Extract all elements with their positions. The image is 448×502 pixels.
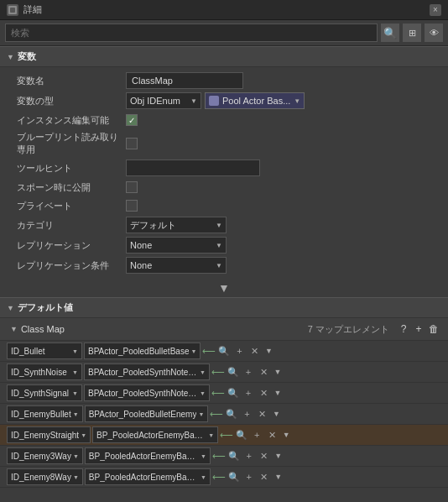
close-button[interactable]: ×	[430, 4, 441, 16]
map-value-dropdown-3[interactable]: BPActor_PooledBulletEnemy	[85, 405, 209, 422]
private-checkbox[interactable]	[126, 200, 138, 212]
classmap-triangle-icon[interactable]: ▼	[10, 325, 18, 333]
vartype-dropdown-obj[interactable]: Obj IDEnum	[126, 92, 201, 109]
map-key-dropdown-3[interactable]: ID_EnemyBullet	[7, 405, 83, 422]
map-arrow-btn-3[interactable]: ⟵	[210, 407, 223, 421]
map-search-btn-1[interactable]: 🔍	[227, 365, 240, 379]
title-bar-title: 詳細	[23, 3, 430, 16]
prop-row-tooltip: ツールヒント	[0, 158, 448, 178]
map-key-dropdown-5[interactable]: ID_Enemy3Way	[7, 447, 83, 464]
prop-label-replication: レプリケーション	[17, 239, 126, 252]
map-row-6: ID_Enemy8Way BP_PooledActorEnemyBase_8Wa…	[0, 467, 448, 488]
map-add-btn-6[interactable]: +	[242, 470, 256, 484]
prop-value-instance-editable: ✓	[126, 114, 441, 126]
variables-section: 変数名 変数の型 Obj IDEnum Pool Actor Bas... イン…	[0, 67, 448, 279]
classmap-count: 7 マップエレメント	[308, 323, 389, 336]
instance-editable-checkbox[interactable]: ✓	[126, 114, 138, 126]
map-remove-btn-5[interactable]: ✕	[258, 449, 271, 463]
prop-row-varname: 変数名	[0, 71, 448, 91]
map-value-dropdown-5[interactable]: BP_PooledActorEnemyBase_3Way	[85, 447, 211, 464]
tooltip-input[interactable]	[126, 159, 260, 176]
varname-input[interactable]	[126, 72, 243, 89]
map-key-dropdown-1[interactable]: ID_SynthNoise	[7, 363, 82, 380]
map-add-btn-0[interactable]: +	[232, 344, 246, 358]
spawn-public-checkbox[interactable]	[126, 181, 138, 193]
map-search-btn-3[interactable]: 🔍	[225, 407, 238, 421]
map-arrow-btn-5[interactable]: ⟵	[212, 449, 226, 463]
replication-condition-dropdown[interactable]: None	[126, 257, 227, 274]
vartype-dropdown-pool[interactable]: Pool Actor Bas...	[205, 92, 305, 109]
replication-dropdown[interactable]: None	[126, 237, 227, 254]
map-arrow-btn-6[interactable]: ⟵	[212, 470, 226, 484]
map-key-dropdown-6[interactable]: ID_Enemy8Way	[7, 468, 83, 485]
variables-section-header[interactable]: 変数	[0, 46, 448, 67]
title-bar: 詳細 ×	[0, 0, 448, 20]
map-arrow-btn-0[interactable]: ⟵	[202, 344, 216, 358]
map-add-btn-1[interactable]: +	[242, 365, 255, 379]
map-search-btn-4[interactable]: 🔍	[235, 428, 248, 442]
expand-arrow-icon[interactable]: ▼	[218, 281, 230, 295]
map-more-btn-5[interactable]: ▼	[273, 449, 284, 463]
search-bar: 🔍 ⊞ 👁	[0, 20, 448, 46]
map-value-dropdown-4[interactable]: BP_PooledActorEnemyBase_Straigh	[92, 426, 218, 443]
classmap-label: Class Map	[21, 324, 308, 334]
map-remove-btn-3[interactable]: ✕	[255, 407, 268, 421]
search-button[interactable]: 🔍	[381, 24, 399, 42]
title-bar-icon	[7, 4, 18, 16]
search-input[interactable]	[5, 24, 378, 42]
map-add-btn-5[interactable]: +	[242, 449, 256, 463]
prop-label-tooltip: ツールヒント	[17, 162, 126, 175]
map-arrow-btn-4[interactable]: ⟵	[220, 428, 233, 442]
map-remove-btn-6[interactable]: ✕	[258, 470, 271, 484]
map-add-btn-3[interactable]: +	[240, 407, 253, 421]
map-search-btn-0[interactable]: 🔍	[217, 344, 231, 358]
map-arrow-btn-1[interactable]: ⟵	[211, 365, 225, 379]
map-more-btn-6[interactable]: ▼	[273, 470, 284, 484]
eye-button[interactable]: 👁	[425, 24, 443, 42]
prop-value-replication-condition: None	[126, 257, 441, 274]
prop-value-replication: None	[126, 237, 441, 254]
map-value-dropdown-0[interactable]: BPActor_PooledBulletBase	[84, 343, 201, 359]
map-row-3: ID_EnemyBullet BPActor_PooledBulletEnemy…	[0, 404, 448, 425]
map-row-4: ID_EnemyStraight BP_PooledActorEnemyBase…	[0, 425, 448, 446]
prop-value-varname	[126, 72, 441, 89]
map-remove-btn-2[interactable]: ✕	[257, 386, 270, 400]
expand-row: ▼	[0, 279, 448, 297]
map-remove-btn-4[interactable]: ✕	[265, 428, 279, 442]
defaults-section-header[interactable]: デフォルト値	[0, 297, 448, 318]
prop-label-vartype: 変数の型	[17, 95, 126, 107]
map-search-btn-5[interactable]: 🔍	[227, 449, 241, 463]
map-key-dropdown-0[interactable]: ID_Bullet	[7, 343, 82, 359]
map-row-2: ID_SynthSignal BPActor_PooledSynthNote_S…	[0, 383, 448, 404]
map-search-btn-6[interactable]: 🔍	[227, 470, 241, 484]
category-dropdown[interactable]: デフォルト	[126, 217, 227, 233]
map-more-btn-0[interactable]: ▼	[263, 344, 274, 358]
blueprint-readonly-checkbox[interactable]	[126, 138, 138, 149]
prop-label-varname: 変数名	[17, 75, 126, 87]
map-value-dropdown-1[interactable]: BPActor_PooledSynthNote_Noise	[84, 363, 210, 380]
map-more-btn-1[interactable]: ▼	[272, 365, 284, 379]
map-arrow-btn-2[interactable]: ⟵	[211, 386, 225, 400]
map-key-dropdown-2[interactable]: ID_SynthSignal	[7, 384, 82, 401]
map-search-btn-2[interactable]: 🔍	[227, 386, 240, 400]
prop-row-blueprint-readonly: ブループリント読み取り専用	[0, 129, 448, 158]
prop-value-spawn-public	[126, 181, 441, 193]
classmap-help-button[interactable]: ?	[396, 322, 411, 337]
prop-label-replication-condition: レプリケーション条件	[17, 259, 126, 272]
classmap-delete-button[interactable]: 🗑	[426, 322, 441, 337]
map-value-dropdown-6[interactable]: BP_PooledActorEnemyBase_8Way	[85, 468, 211, 485]
map-more-btn-4[interactable]: ▼	[280, 428, 292, 442]
map-key-dropdown-4[interactable]: ID_EnemyStraight	[7, 426, 91, 443]
classmap-header: ▼ Class Map 7 マップエレメント ? + 🗑	[0, 318, 448, 341]
map-row-5: ID_Enemy3Way BP_PooledActorEnemyBase_3Wa…	[0, 446, 448, 467]
prop-row-vartype: 変数の型 Obj IDEnum Pool Actor Bas...	[0, 91, 448, 111]
map-remove-btn-0[interactable]: ✕	[247, 344, 261, 358]
classmap-add-button[interactable]: +	[411, 322, 426, 337]
map-add-btn-2[interactable]: +	[242, 386, 255, 400]
map-value-dropdown-2[interactable]: BPActor_PooledSynthNote_Signal	[84, 384, 210, 401]
map-more-btn-2[interactable]: ▼	[272, 386, 284, 400]
map-add-btn-4[interactable]: +	[250, 428, 263, 442]
grid-view-button[interactable]: ⊞	[403, 24, 421, 42]
map-remove-btn-1[interactable]: ✕	[257, 365, 270, 379]
map-more-btn-3[interactable]: ▼	[270, 407, 282, 421]
